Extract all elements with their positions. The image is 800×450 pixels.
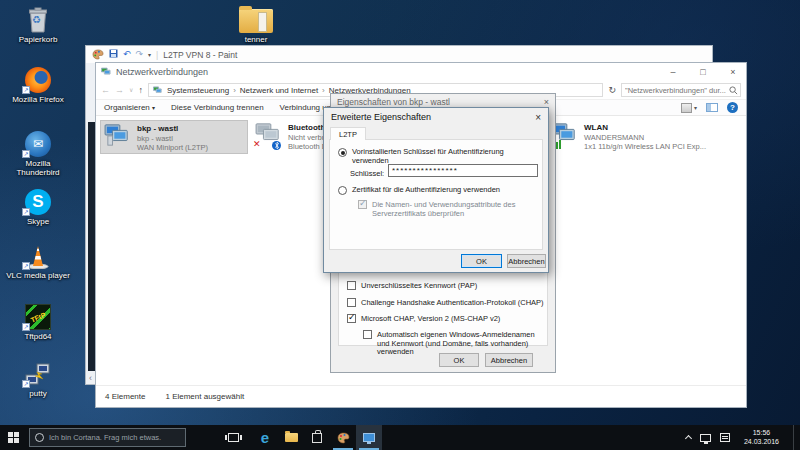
- connection-name: WLAN: [584, 123, 706, 133]
- paint-app-icon: [92, 49, 104, 60]
- cortana-input[interactable]: [49, 433, 180, 442]
- checkbox-label: Unverschlüsseltes Kennwort (PAP): [361, 282, 477, 291]
- advanced-ok-button[interactable]: OK: [461, 254, 502, 268]
- desktop-icon-vlc[interactable]: ↗ VLC media player: [5, 242, 71, 280]
- advanced-dialog-title: Erweiterte Eigenschaften: [331, 112, 431, 122]
- desktop-icon-label: Tftpd64: [24, 332, 51, 341]
- history-dropdown-icon[interactable]: ∨: [129, 87, 133, 93]
- disconnected-x-icon: ✕: [253, 140, 261, 149]
- connection-item-wlan[interactable]: WLAN WANDERSMANN 1x1 11b/g/n Wireless LA…: [548, 120, 744, 154]
- store-button[interactable]: [304, 425, 330, 450]
- status-selected-count: 1 Element ausgewählt: [165, 392, 244, 401]
- undo-icon[interactable]: ↶: [123, 50, 131, 59]
- vpn-connection-icon: [104, 123, 132, 151]
- close-icon[interactable]: ×: [544, 97, 549, 107]
- shortcut-arrow-icon: ↗: [22, 262, 30, 270]
- refresh-icon[interactable]: ↻: [608, 86, 616, 95]
- options-icon: [681, 103, 692, 113]
- checkbox-pap[interactable]: Unverschlüsseltes Kennwort (PAP): [347, 282, 477, 291]
- close-button[interactable]: ×: [720, 64, 746, 81]
- advanced-dialog-titlebar[interactable]: Erweiterte Eigenschaften ×: [324, 108, 548, 126]
- network-connections-taskbar-button[interactable]: [356, 425, 382, 450]
- recycle-bin-icon: ♻: [27, 6, 49, 33]
- paint-window-title: L2TP VPN 8 - Paint: [163, 50, 237, 60]
- recycle-symbol-icon: ♻: [32, 14, 41, 25]
- checkbox-label: Microsoft CHAP, Version 2 (MS-CHAP v2): [361, 315, 500, 324]
- options-button[interactable]: ▾: [681, 103, 697, 113]
- putty-icon: ↗: [25, 360, 51, 387]
- start-button[interactable]: [0, 425, 26, 450]
- checkbox-icon: [347, 281, 356, 290]
- task-view-button[interactable]: [220, 425, 246, 450]
- advanced-cancel-button[interactable]: Abbrechen: [507, 254, 546, 268]
- desktop-icon-thunderbird[interactable]: ✉ ↗ Mozilla Thunderbird: [5, 130, 71, 177]
- help-icon[interactable]: ?: [727, 102, 738, 113]
- disconnect-button[interactable]: Diese Verbindung trennen: [171, 103, 264, 112]
- organize-menu[interactable]: Organisieren ▾: [104, 103, 155, 112]
- maximize-button[interactable]: □: [690, 64, 716, 81]
- desktop-icon-firefox[interactable]: ↗ Mozilla Firefox: [5, 66, 71, 104]
- chevron-down-icon: ▾: [152, 105, 155, 111]
- action-center-icon[interactable]: [720, 433, 730, 442]
- key-input[interactable]: [388, 164, 538, 177]
- file-explorer-button[interactable]: [278, 425, 304, 450]
- desktop-icon-tenner-folder[interactable]: tenner: [223, 3, 289, 44]
- checkbox-chap[interactable]: Challenge Handshake Authentication-Proto…: [347, 299, 544, 308]
- paint-taskbar-button[interactable]: [330, 425, 356, 450]
- checkbox-checked-disabled-icon: [358, 200, 367, 209]
- preview-pane-icon[interactable]: [706, 103, 718, 112]
- network-tray-icon[interactable]: [700, 434, 711, 442]
- paint-titlebar[interactable]: ↶ ↷ ▾ | L2TP VPN 8 - Paint: [86, 46, 712, 63]
- forward-icon[interactable]: →: [115, 86, 124, 95]
- scroll-left-arrow[interactable]: ‹: [89, 374, 92, 383]
- connection-status: bkp - wastl: [137, 134, 208, 144]
- desktop-icon-putty[interactable]: ↗ putty: [5, 360, 71, 398]
- breadcrumb-systemsteuerung[interactable]: Systemsteuerung: [167, 86, 229, 95]
- close-icon[interactable]: ×: [535, 112, 541, 123]
- explorer-statusbar: 4 Elemente 1 Element ausgewählt: [96, 385, 746, 407]
- shortcut-arrow-icon: ↗: [22, 150, 30, 158]
- shortcut-arrow-icon: ↗: [22, 208, 30, 216]
- folder-icon: [285, 433, 298, 442]
- tab-l2tp[interactable]: L2TP: [330, 127, 366, 140]
- desktop-icon-recycle-bin[interactable]: ♻ Papierkorb: [5, 6, 71, 44]
- shortcut-arrow-icon: ↗: [22, 323, 30, 331]
- cortana-search[interactable]: [29, 428, 186, 447]
- qat-dropdown-icon[interactable]: ▾: [148, 52, 151, 58]
- edge-button[interactable]: e: [252, 425, 278, 450]
- save-icon[interactable]: [109, 49, 118, 60]
- network-connections-icon: [101, 67, 112, 77]
- up-icon[interactable]: ↑: [138, 86, 143, 95]
- explorer-titlebar[interactable]: Netzwerkverbindungen – □ ×: [96, 63, 746, 81]
- checkbox-checked-icon: [347, 314, 356, 323]
- connection-device: WAN Miniport (L2TP): [137, 143, 208, 153]
- desktop-icon-label: Papierkorb: [19, 35, 58, 44]
- taskbar-clock[interactable]: 15:56 24.03.2016: [744, 429, 779, 446]
- search-icon: [729, 86, 738, 95]
- desktop-icon-label: putty: [29, 389, 46, 398]
- edge-icon: e: [261, 430, 269, 445]
- desktop-icon-skype[interactable]: S ↗ Skype: [5, 188, 71, 226]
- store-bag-icon: [312, 433, 322, 443]
- desktop-icon-tftpd64[interactable]: TFtP ↗ Tftpd64: [5, 303, 71, 341]
- radio-preshared-key[interactable]: Vorinstallierten Schlüssel für Authentif…: [338, 148, 542, 165]
- cortana-icon: [35, 433, 44, 442]
- skype-icon: S ↗: [25, 188, 51, 215]
- minimize-button[interactable]: –: [660, 64, 686, 81]
- show-desktop-button[interactable]: [793, 425, 796, 450]
- checkbox-label: Challenge Handshake Authentication-Proto…: [361, 299, 544, 308]
- redo-icon[interactable]: ↷: [136, 50, 144, 59]
- properties-ok-button[interactable]: OK: [439, 353, 479, 367]
- checkbox-mschap2[interactable]: Microsoft CHAP, Version 2 (MS-CHAP v2): [347, 315, 500, 324]
- chevron-up-icon[interactable]: [685, 435, 692, 442]
- search-input[interactable]: [622, 86, 729, 95]
- back-icon[interactable]: ←: [101, 86, 110, 95]
- radio-certificate[interactable]: Zertifikat für die Authentifizierung ver…: [338, 186, 500, 195]
- explorer-search[interactable]: [621, 83, 741, 97]
- system-tray: 15:56 24.03.2016: [686, 425, 800, 450]
- properties-cancel-button[interactable]: Abbrechen: [485, 353, 533, 367]
- connection-item-bkp-wastl[interactable]: bkp - wastl bkp - wastl WAN Miniport (L2…: [100, 120, 248, 154]
- connection-name: bkp - wastl: [137, 124, 208, 134]
- breadcrumb-netzwerk-und-internet[interactable]: Netzwerk und Internet: [240, 86, 318, 95]
- paint-palette-icon: [337, 432, 350, 444]
